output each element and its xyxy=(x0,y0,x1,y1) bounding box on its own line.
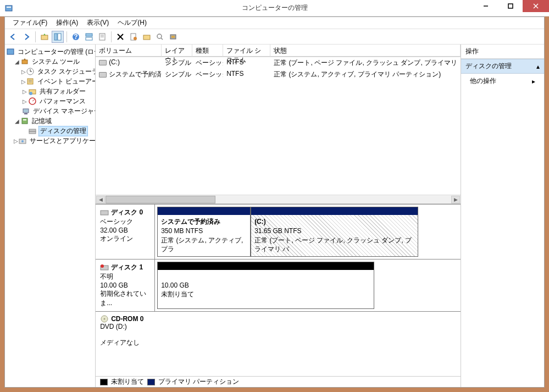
collapse-icon[interactable]: ◢ xyxy=(14,118,20,124)
expand-icon[interactable]: ▷ xyxy=(21,69,26,75)
refresh-button[interactable] xyxy=(96,31,108,43)
up-button[interactable] xyxy=(38,31,51,43)
svg-rect-45 xyxy=(101,211,108,215)
svg-rect-11 xyxy=(86,34,92,36)
delete-icon[interactable] xyxy=(114,31,126,43)
maximize-button[interactable] xyxy=(498,0,523,12)
app-icon xyxy=(4,4,13,13)
col-layout[interactable]: レイアウト xyxy=(162,45,192,57)
svg-rect-1 xyxy=(7,7,11,8)
disk-row[interactable]: CD-ROM 0 DVD (D:) メディアなし xyxy=(96,312,461,351)
disk-icon xyxy=(100,209,109,217)
svg-rect-0 xyxy=(5,5,12,11)
submenu-arrow-icon: ▸ xyxy=(532,78,535,85)
svg-rect-25 xyxy=(7,49,14,54)
disk-unknown-icon xyxy=(100,264,109,272)
drive-icon xyxy=(99,60,107,65)
volume-row[interactable]: (C:) シンプル ベーシック NTFS 正常 (ブート, ページ ファイル, … xyxy=(96,57,461,69)
window-title: コンピューターの管理 xyxy=(242,3,308,13)
tree-performance[interactable]: ▷ パフォーマンス xyxy=(6,96,94,106)
tree-system-tools[interactable]: ◢ システム ツール xyxy=(6,57,94,67)
svg-rect-38 xyxy=(24,113,27,114)
scroll-thumb[interactable] xyxy=(106,196,215,203)
collapse-icon[interactable]: ◢ xyxy=(14,59,20,65)
menu-view[interactable]: 表示(V) xyxy=(82,16,113,29)
svg-point-19 xyxy=(134,37,137,40)
help-button[interactable]: ? xyxy=(70,31,82,43)
disk-info: ディスク 1 不明 10.00 GB 初期化されていま... xyxy=(96,260,155,311)
tree-event-viewer[interactable]: ▷ イベント ビューアー xyxy=(6,76,94,86)
properties-icon[interactable] xyxy=(127,31,140,43)
menu-action[interactable]: 操作(A) xyxy=(52,16,82,29)
col-volume[interactable]: ボリューム xyxy=(96,45,162,57)
col-type[interactable]: 種類 xyxy=(192,45,223,57)
volume-row[interactable]: システムで予約済み シンプル ベーシック NTFS 正常 (システム, アクティ… xyxy=(96,69,461,80)
tree-shared-folders[interactable]: ▷ 共有フォルダー xyxy=(6,86,94,96)
legend: 未割り当て プライマリ パーティション xyxy=(96,376,461,387)
svg-rect-7 xyxy=(54,34,57,40)
partition[interactable]: 10.00 GB 未割り当て xyxy=(157,262,374,309)
titlebar: コンピューターの管理 xyxy=(0,0,549,16)
expand-icon[interactable]: ▷ xyxy=(21,79,26,85)
svg-rect-3 xyxy=(508,4,513,8)
forward-button[interactable] xyxy=(20,31,32,43)
actions-more[interactable]: 他の操作 ▸ xyxy=(461,74,544,89)
svg-rect-30 xyxy=(27,79,33,84)
back-button[interactable] xyxy=(7,31,19,43)
col-filesystem[interactable]: ファイル システム xyxy=(223,45,270,57)
volume-list[interactable]: ボリューム レイアウト 種類 ファイル システム 状態 (C:) シンプル ベー… xyxy=(96,45,461,204)
tree-disk-management[interactable]: ディスクの管理 xyxy=(6,126,94,136)
partition[interactable]: (C:) 31.65 GB NTFS 正常 (ブート, ページ ファイル, クラ… xyxy=(251,207,418,257)
zoom-icon[interactable] xyxy=(154,31,166,43)
actions-header: 操作 xyxy=(461,45,544,59)
svg-rect-8 xyxy=(58,34,61,40)
partition[interactable]: システムで予約済み 350 MB NTFS 正常 (システム, アクティブ, プ… xyxy=(157,207,251,257)
cdrom-icon xyxy=(100,315,109,323)
horizontal-scrollbar[interactable]: ◀ ▶ xyxy=(96,195,461,203)
svg-line-22 xyxy=(161,38,163,40)
disk-graphical-view[interactable]: ディスク 0 ベーシック 32.00 GB オンライン システムで予約済み 35… xyxy=(96,204,461,376)
disk-row[interactable]: ディスク 1 不明 10.00 GB 初期化されていま... 10.00 GB xyxy=(96,260,461,312)
legend-swatch-unallocated xyxy=(100,379,108,385)
svg-rect-24 xyxy=(171,36,175,38)
show-hide-tree-button[interactable] xyxy=(52,31,64,43)
split-button[interactable] xyxy=(83,31,95,43)
actions-group-header[interactable]: ディスクの管理 ▴ xyxy=(461,59,544,74)
svg-rect-42 xyxy=(29,131,36,134)
settings-icon[interactable] xyxy=(167,31,179,43)
expand-icon[interactable]: ▷ xyxy=(21,98,28,104)
legend-swatch-primary xyxy=(147,379,155,385)
svg-point-44 xyxy=(21,140,24,142)
svg-rect-39 xyxy=(22,118,27,124)
svg-rect-26 xyxy=(22,60,27,64)
tree-root[interactable]: コンピューターの管理 (ローカル) xyxy=(6,47,94,57)
menubar: ファイル(F) 操作(A) 表示(V) ヘルプ(H) xyxy=(5,17,544,29)
svg-rect-41 xyxy=(29,129,36,131)
tree-storage[interactable]: ◢ 記憶域 xyxy=(6,116,94,126)
expand-icon[interactable]: ▷ xyxy=(21,89,28,95)
minimize-button[interactable] xyxy=(473,0,498,12)
menu-file[interactable]: ファイル(F) xyxy=(8,16,52,29)
svg-rect-12 xyxy=(86,37,92,40)
svg-rect-37 xyxy=(23,109,29,113)
col-status[interactable]: 状態 xyxy=(270,45,461,57)
navigation-tree[interactable]: コンピューターの管理 (ローカル) ◢ システム ツール ▷ タスク スケジュー… xyxy=(5,45,96,387)
disk-row[interactable]: ディスク 0 ベーシック 32.00 GB オンライン システムで予約済み 35… xyxy=(96,205,461,260)
scroll-right-icon[interactable]: ▶ xyxy=(451,196,460,203)
tree-services-apps[interactable]: ▷ サービスとアプリケーション xyxy=(6,136,94,146)
scroll-left-icon[interactable]: ◀ xyxy=(96,196,105,203)
svg-rect-40 xyxy=(23,119,26,120)
disk-info: CD-ROM 0 DVD (D:) メディアなし xyxy=(96,312,155,351)
folder-icon[interactable] xyxy=(141,31,153,43)
tree-task-scheduler[interactable]: ▷ タスク スケジューラ xyxy=(6,67,94,76)
disk-info: ディスク 0 ベーシック 32.00 GB オンライン xyxy=(96,205,155,259)
menu-help[interactable]: ヘルプ(H) xyxy=(113,16,151,29)
svg-rect-20 xyxy=(143,35,150,40)
partition-stripe xyxy=(251,207,418,215)
expand-icon[interactable]: ▷ xyxy=(14,138,18,144)
svg-point-47 xyxy=(101,264,104,268)
svg-point-34 xyxy=(29,92,32,95)
drive-icon xyxy=(99,72,107,78)
close-button[interactable] xyxy=(523,0,549,12)
tree-device-manager[interactable]: デバイス マネージャー xyxy=(6,106,94,116)
